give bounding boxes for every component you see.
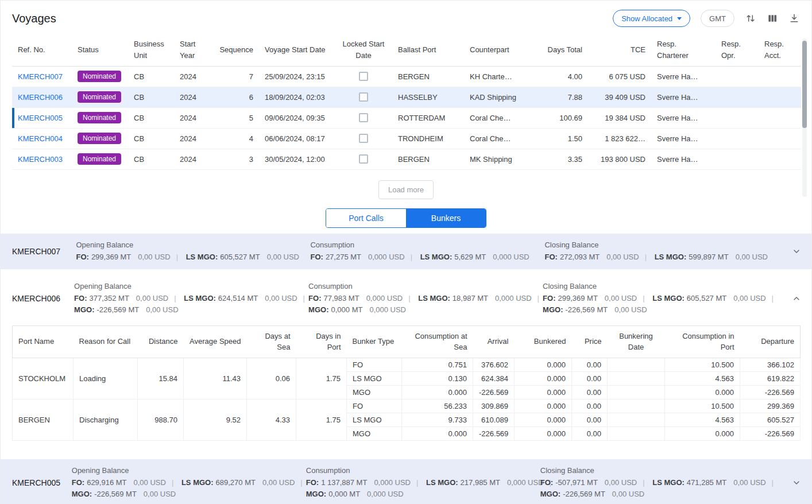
fuel-label: MGO: [306,490,326,498]
cell-start-year: 2024 [174,66,208,87]
col-counterpart[interactable]: Counterpart [464,34,541,66]
cell-bunkering-date [608,413,665,427]
bunker-section-header[interactable]: KMERCH007 Opening Balance FO:299,369 MT0… [1,234,811,269]
cell-business-unit: CB [128,66,174,87]
cell-counterpart: KAD Shipping [464,87,541,107]
table-scrollbar-thumb[interactable] [802,41,807,128]
voyage-row[interactable]: KMERCH003 Nominated CB 2024 3 30/05/2024… [12,149,801,169]
port-calls-bunkers-toggle: Port Calls Bunkers [326,208,486,228]
col-locked-start-date[interactable]: Locked Start Date [335,34,392,66]
voyage-ref-link[interactable]: KMERCH004 [18,134,63,143]
columns-button[interactable] [767,13,778,24]
bunker-section-header[interactable]: KMERCH006 Opening Balance FO:377,352 MT0… [1,275,811,322]
cell-bunker-type: LS MGO [347,371,402,385]
cell-status: Nominated [72,149,128,169]
cell-locked-start-date [335,66,392,87]
balance-item: FO:299,369 MT0,00 USD [543,294,651,303]
opening-balance-group: Opening Balance FO:377,352 MT0,00 USD LS… [74,282,308,315]
fuel-value: 0,000 USD [495,294,532,303]
expand-section-button[interactable] [792,478,801,487]
fuel-value: 0,000 USD [507,478,544,487]
col-ref-no[interactable]: Ref. No. [12,34,72,66]
fuel-value: 0,00 USD [733,478,765,487]
show-allocated-button[interactable]: Show Allocated [613,10,690,27]
bunker-section-header[interactable]: KMERCH005 Opening Balance FO:629,916 MT0… [1,459,811,504]
cell-status: Nominated [72,128,128,149]
fuel-value: 0,00 USD [606,253,639,261]
locked-start-date-checkbox[interactable] [359,134,368,143]
locked-start-date-checkbox[interactable] [359,72,368,81]
col-resp-acct[interactable]: Resp. Acct. [759,34,801,66]
col-ballast-port[interactable]: Ballast Port [392,34,464,66]
col-days-total[interactable]: Days Total [541,34,588,66]
cell-bunkering-date [608,385,665,399]
voyage-ref-link[interactable]: KMERCH006 [18,93,63,102]
col-days-at-sea: Days at Sea [247,325,296,358]
collapse-section-button[interactable] [792,294,801,303]
fuel-qty: 605,527 MT [687,294,726,303]
tab-port-calls[interactable]: Port Calls [326,209,406,227]
cell-voyage-start-date: 09/06/2024, 09:35 [259,107,335,128]
fuel-qty: -226,569 MT [96,305,139,314]
voyage-ref-link[interactable]: KMERCH005 [18,114,63,122]
col-resp-opr[interactable]: Resp. Opr. [716,34,759,66]
load-more-button[interactable]: Load more [378,180,434,199]
download-button[interactable] [788,13,800,24]
cell-arrival: 610.089 [473,413,515,427]
locked-start-date-checkbox[interactable] [359,92,368,102]
fuel-value: 0,000 USD [493,253,529,261]
balance-item: FO:27,275 MT0,000 USD [310,253,418,261]
bunker-section-expanded: KMERCH006 Opening Balance FO:377,352 MT0… [1,275,811,447]
cell-ballast-port: BERGEN [392,66,464,87]
fuel-qty: 471,285 MT [687,478,726,487]
balance-groups: Opening Balance FO:629,916 MT0,00 USD LS… [72,466,779,499]
voyage-row[interactable]: KMERCH007 Nominated CB 2024 7 25/09/2024… [12,66,801,87]
tab-bunkers[interactable]: Bunkers [406,209,486,227]
fuel-qty: 272,093 MT [560,253,600,261]
balance-group-title: Closing Balance [540,466,779,475]
port-calls-bunker-table: Port Name Reason for Call Distance Avera… [12,325,801,441]
voyage-ref-link[interactable]: KMERCH003 [18,155,63,164]
balance-line: FO:299,369 MT0,00 USD LS MGO:605,527 MT0… [76,252,301,262]
locked-start-date-checkbox[interactable] [359,113,368,122]
cell-departure: 366.102 [740,358,801,371]
locked-start-date-checkbox[interactable] [359,154,368,164]
cell-arrival: 309.869 [473,399,515,413]
fuel-qty: 689,270 MT [216,478,256,487]
timezone-button[interactable]: GMT [701,10,734,27]
cell-counterpart: KH Charte… [464,66,541,87]
col-tce[interactable]: TCE [588,34,651,66]
fuel-value: 0,000 USD [366,294,403,303]
col-voyage-start-date[interactable]: Voyage Start Date [259,34,335,66]
col-business-unit[interactable]: Business Unit [128,34,174,66]
balance-line: FO:27,275 MT0,000 USD LS MGO:5,629 MT0,0… [310,252,535,262]
cell-average-speed: 9.52 [184,399,247,440]
balance-item: LS MGO:605,527 MT0,00 USD [186,253,311,261]
cell-sequence: 6 [208,87,259,107]
col-status[interactable]: Status [72,34,128,66]
fuel-qty: 18,987 MT [453,294,488,303]
cell-consumption-at-sea: 0.130 [402,371,473,385]
col-start-year[interactable]: Start Year [174,34,208,66]
cell-resp-charterer: Sverre Ha… [651,128,716,149]
fuel-label: LS MGO: [420,253,453,261]
col-days-in-port: Days in Port [296,325,347,358]
sort-button[interactable] [745,13,756,24]
balance-line: MGO:-226,569 MT0,00 USD [540,489,779,499]
fuel-label: FO: [74,294,87,303]
voyage-row[interactable]: KMERCH006 Nominated CB 2024 6 18/09/2024… [12,87,801,107]
col-resp-charterer[interactable]: Resp. Charterer [651,34,716,66]
balance-group-title: Opening Balance [76,241,301,249]
voyage-ref-link[interactable]: KMERCH007 [18,72,63,81]
balance-line: MGO:-226,569 MT0,00 USD [72,489,297,499]
expand-section-button[interactable] [792,247,801,256]
voyage-row-selected[interactable]: KMERCH005 Nominated CB 2024 5 09/06/2024… [12,107,801,128]
col-sequence[interactable]: Sequence [208,34,259,66]
table-scrollbar[interactable] [802,38,807,197]
cell-price: 0.00 [572,413,608,427]
fuel-qty: 77,983 MT [323,294,359,303]
cell-consumption-in-port: 10.500 [665,399,740,413]
voyage-row[interactable]: KMERCH004 Nominated CB 2024 4 06/06/2024… [12,128,801,149]
fuel-qty: 624,514 MT [218,294,258,303]
cell-counterpart: Coral Che… [464,107,541,128]
